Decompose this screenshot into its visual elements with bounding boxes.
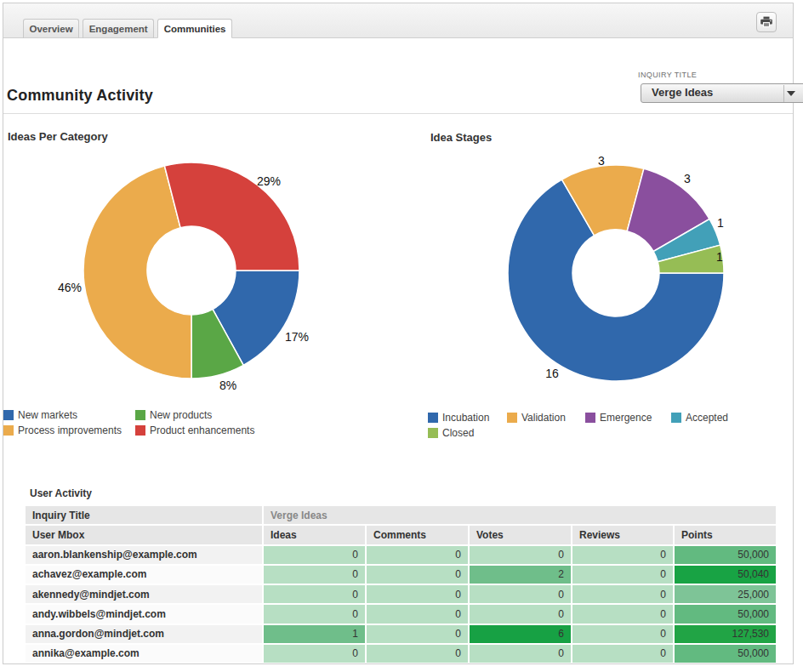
svg-text:1: 1	[716, 250, 723, 264]
svg-text:16: 16	[545, 367, 559, 380]
svg-text:46%: 46%	[58, 281, 82, 294]
svg-text:17%: 17%	[285, 330, 309, 344]
svg-text:1: 1	[717, 216, 724, 230]
svg-text:3: 3	[684, 172, 691, 185]
svg-text:8%: 8%	[219, 379, 236, 392]
svg-text:29%: 29%	[257, 174, 281, 188]
svg-text:3: 3	[598, 154, 605, 168]
